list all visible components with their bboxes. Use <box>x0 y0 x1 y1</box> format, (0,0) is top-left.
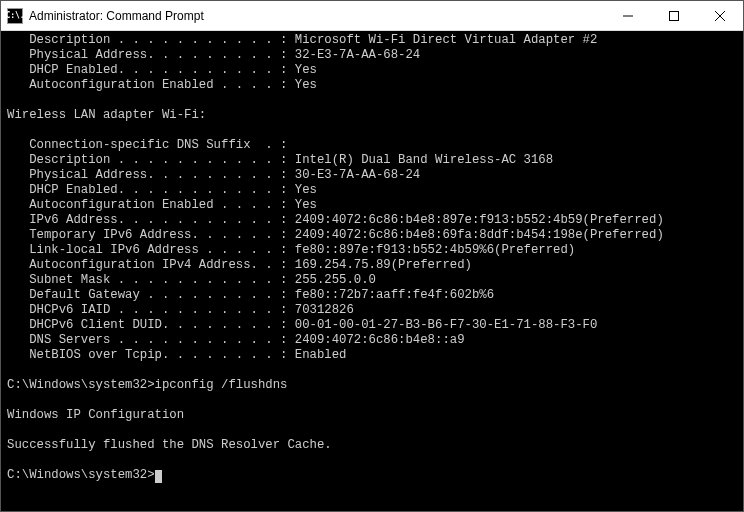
output-line: Default Gateway . . . . . . . . . : fe80… <box>7 288 737 303</box>
prompt-path: C:\Windows\system32> <box>7 378 155 392</box>
output-line: DNS Servers . . . . . . . . . . . : 2409… <box>7 333 737 348</box>
blank-line <box>7 123 737 138</box>
output-line: Temporary IPv6 Address. . . . . . : 2409… <box>7 228 737 243</box>
blank-line <box>7 393 737 408</box>
app-icon: C:\. <box>7 8 23 24</box>
window-controls <box>605 1 743 30</box>
section-header: Wireless LAN adapter Wi-Fi: <box>7 108 737 123</box>
minimize-button[interactable] <box>605 1 651 30</box>
command-text: ipconfig /flushdns <box>155 378 288 392</box>
output-line: Link-local IPv6 Address . . . . . : fe80… <box>7 243 737 258</box>
output-line: NetBIOS over Tcpip. . . . . . . . : Enab… <box>7 348 737 363</box>
output-line: Description . . . . . . . . . . . : Inte… <box>7 153 737 168</box>
blank-line <box>7 363 737 378</box>
output-line: Autoconfiguration IPv4 Address. . : 169.… <box>7 258 737 273</box>
prompt-line: C:\Windows\system32>ipconfig /flushdns <box>7 378 737 393</box>
blank-line <box>7 453 737 468</box>
maximize-button[interactable] <box>651 1 697 30</box>
output-line: IPv6 Address. . . . . . . . . . . : 2409… <box>7 213 737 228</box>
output-line: DHCPv6 Client DUID. . . . . . . . : 00-0… <box>7 318 737 333</box>
output-line: Successfully flushed the DNS Resolver Ca… <box>7 438 737 453</box>
blank-line <box>7 93 737 108</box>
output-line: DHCP Enabled. . . . . . . . . . . : Yes <box>7 63 737 78</box>
svg-rect-1 <box>670 11 679 20</box>
output-line: DHCPv6 IAID . . . . . . . . . . . : 7031… <box>7 303 737 318</box>
window-title: Administrator: Command Prompt <box>29 9 605 23</box>
output-line: DHCP Enabled. . . . . . . . . . . : Yes <box>7 183 737 198</box>
output-line: Windows IP Configuration <box>7 408 737 423</box>
titlebar[interactable]: C:\. Administrator: Command Prompt <box>1 1 743 31</box>
output-line: Subnet Mask . . . . . . . . . . . : 255.… <box>7 273 737 288</box>
blank-line <box>7 423 737 438</box>
close-button[interactable] <box>697 1 743 30</box>
output-line: Connection-specific DNS Suffix . : <box>7 138 737 153</box>
output-line: Autoconfiguration Enabled . . . . : Yes <box>7 78 737 93</box>
cursor <box>155 470 162 483</box>
prompt-path: C:\Windows\system32> <box>7 468 155 482</box>
output-line: Autoconfiguration Enabled . . . . : Yes <box>7 198 737 213</box>
output-line: Description . . . . . . . . . . . : Micr… <box>7 33 737 48</box>
output-line: Physical Address. . . . . . . . . : 30-E… <box>7 168 737 183</box>
prompt-line: C:\Windows\system32> <box>7 468 737 483</box>
terminal-output[interactable]: Description . . . . . . . . . . . : Micr… <box>1 31 743 511</box>
output-line: Physical Address. . . . . . . . . : 32-E… <box>7 48 737 63</box>
command-prompt-window: C:\. Administrator: Command Prompt Descr… <box>0 0 744 512</box>
